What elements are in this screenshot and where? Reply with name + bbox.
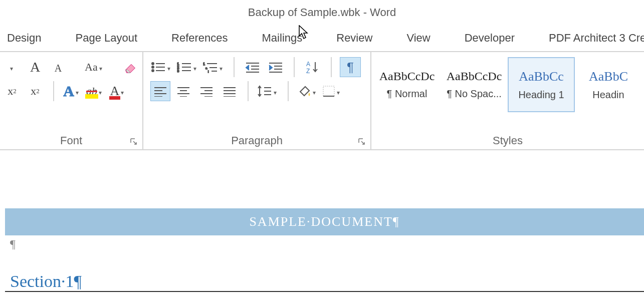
group-label-paragraph: Paragraph	[145, 131, 368, 149]
multilevel-icon: 1ai	[203, 61, 218, 73]
align-right-button[interactable]	[196, 81, 217, 101]
svg-text:a: a	[205, 67, 207, 70]
section-heading-text: Section·1¶	[10, 272, 82, 290]
style-card-1[interactable]: AaBbCcDc¶ No Spac...	[441, 57, 508, 112]
increase-indent-button[interactable]	[266, 57, 286, 77]
svg-text:1: 1	[203, 62, 205, 66]
svg-point-0	[152, 63, 154, 65]
decrease-indent-button[interactable]	[243, 57, 263, 77]
change-case-button[interactable]: Aa	[84, 57, 104, 77]
style-sample: AaBbCcDc	[379, 70, 435, 83]
document-title-block[interactable]: SAMPLE·DOCUMENT¶	[5, 208, 644, 235]
page: SAMPLE·DOCUMENT¶ ¶ Section·1¶	[5, 208, 644, 292]
svg-point-4	[152, 70, 154, 72]
style-caption: ¶ No Spac...	[447, 88, 502, 100]
style-sample: AaBbC	[589, 69, 628, 84]
line-spacing-button[interactable]	[257, 81, 280, 101]
style-sample: AaBbCcDc	[447, 70, 502, 83]
document-title-text: SAMPLE·DOCUMENT¶	[249, 214, 399, 229]
sort-icon: AZ	[305, 60, 320, 74]
group-label-styles: Styles	[373, 131, 642, 149]
styles-gallery[interactable]: AaBbCcDc¶ NormalAaBbCcDc¶ No Spac...AaBb…	[373, 54, 642, 112]
style-card-3[interactable]: AaBbCHeadin	[575, 57, 642, 112]
font-dialog-launcher-icon[interactable]	[130, 138, 137, 145]
svg-text:3: 3	[177, 69, 179, 73]
group-label-font: Font	[2, 131, 140, 149]
title-bar: Backup of Sample.wbk - Word	[0, 0, 644, 25]
justify-icon	[223, 86, 237, 97]
superscript-x: x	[31, 85, 36, 98]
para-label-text: Paragraph	[231, 134, 283, 147]
eraser-icon	[123, 60, 138, 75]
sort-button[interactable]: AZ	[303, 57, 323, 77]
svg-rect-47	[323, 86, 334, 96]
shading-button[interactable]	[297, 81, 319, 101]
tab-pdf-architect[interactable]: PDF Architect 3 Creator	[549, 32, 644, 45]
window-title: Backup of Sample.wbk - Word	[248, 6, 396, 19]
show-marks-button[interactable]: ¶	[340, 57, 361, 77]
bullets-icon	[151, 61, 166, 73]
style-card-0[interactable]: AaBbCcDc¶ Normal	[373, 57, 441, 112]
font-picker-dropdown[interactable]	[2, 57, 22, 77]
grow-font-button[interactable]: A	[25, 57, 45, 77]
numbering-button[interactable]: 123	[176, 57, 199, 77]
font-color-a: A	[110, 84, 120, 99]
align-left-button[interactable]	[150, 81, 170, 101]
align-right-icon	[199, 86, 213, 97]
bucket-icon	[297, 85, 311, 98]
tab-view[interactable]: View	[406, 32, 430, 45]
tab-developer[interactable]: Developer	[465, 32, 515, 45]
align-center-icon	[176, 86, 190, 97]
tab-references[interactable]: References	[171, 32, 228, 45]
align-center-button[interactable]	[173, 81, 193, 101]
justify-button[interactable]	[220, 81, 240, 101]
svg-text:i: i	[208, 70, 208, 73]
font-label-text: Font	[60, 134, 82, 147]
style-caption: Headin	[592, 89, 624, 101]
paragraph-mark: ¶	[10, 237, 644, 251]
borders-button[interactable]	[322, 81, 343, 101]
line-spacing-icon	[257, 85, 272, 98]
svg-point-2	[152, 66, 154, 68]
superscript-button[interactable]: x2	[25, 81, 45, 101]
text-effects-a: A	[63, 83, 74, 100]
multilevel-list-button[interactable]: 1ai	[202, 57, 226, 77]
tab-design[interactable]: Design	[7, 32, 41, 45]
styles-label-text: Styles	[493, 134, 523, 147]
bullets-button[interactable]	[150, 57, 173, 77]
highlight-button[interactable]: ab	[85, 81, 105, 101]
borders-icon	[322, 85, 335, 97]
document-area[interactable]: SAMPLE·DOCUMENT¶ ¶ Section·1¶	[0, 150, 644, 292]
style-sample: AaBbCc	[519, 69, 564, 84]
indent-icon	[268, 61, 283, 73]
ribbon: A A Aa x2 x2	[0, 51, 644, 150]
section-heading[interactable]: Section·1¶	[10, 272, 644, 292]
paragraph-dialog-launcher-icon[interactable]	[358, 138, 365, 145]
ribbon-tabs: Design Page Layout References Mailings R…	[0, 25, 644, 51]
outdent-icon	[245, 61, 260, 73]
style-card-2[interactable]: AaBbCcHeading 1	[508, 57, 575, 112]
group-styles: AaBbCcDc¶ NormalAaBbCcDc¶ No Spac...AaBb…	[371, 52, 644, 149]
subscript-x: x	[8, 85, 13, 98]
tab-page-layout[interactable]: Page Layout	[75, 32, 137, 45]
group-font: A A Aa x2 x2	[0, 52, 143, 149]
style-caption: Heading 1	[518, 89, 564, 101]
change-case-label: Aa	[85, 61, 98, 74]
svg-text:A: A	[306, 61, 310, 68]
style-caption: ¶ Normal	[387, 88, 427, 100]
text-effects-button[interactable]: A	[62, 81, 82, 101]
svg-text:Z: Z	[306, 68, 310, 74]
align-left-icon	[153, 86, 167, 97]
numbering-icon: 123	[177, 61, 192, 73]
tab-review[interactable]: Review	[336, 32, 372, 45]
shrink-font-button[interactable]: A	[48, 57, 68, 77]
group-paragraph: 123 1ai AZ ¶	[143, 52, 371, 149]
subscript-button[interactable]: x2	[2, 81, 22, 101]
tab-mailings[interactable]: Mailings	[262, 32, 303, 45]
clear-formatting-button[interactable]	[120, 57, 140, 77]
highlight-ab: ab	[86, 85, 97, 98]
font-color-button[interactable]: A	[108, 81, 128, 101]
